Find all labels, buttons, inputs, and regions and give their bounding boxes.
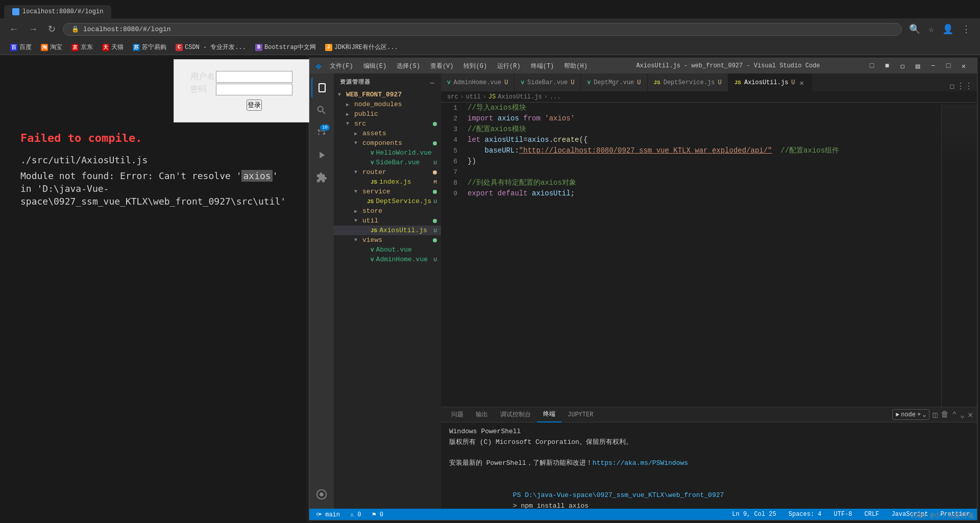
breadcrumb-util[interactable]: util [466,93,481,101]
sidebar-title: 资源管理器 [340,78,371,86]
split-editor-icon[interactable]: ◻ [949,81,954,91]
bookmark-bootstrap[interactable]: B Bootstrap中文网 [251,42,320,53]
minimize-button[interactable]: − [926,61,940,71]
password-input[interactable] [216,84,292,95]
tab-debug-console[interactable]: 调试控制台 [494,407,537,422]
status-spaces[interactable]: Spaces: 4 [786,511,825,518]
menu-goto[interactable]: 转到(G) [459,61,491,71]
close-button[interactable]: ✕ [957,61,971,71]
breadcrumb-dots[interactable]: ... [550,93,561,101]
menu-file[interactable]: 文件(F) [326,61,357,71]
bookmark-jd[interactable]: 京 京东 [67,42,97,53]
close-panel-icon[interactable]: ✕ [968,410,973,420]
status-branch[interactable]: ⚩ main [313,511,343,518]
menu-view[interactable]: 查看(V) [426,61,458,71]
back-button[interactable]: ← [6,22,21,37]
files-icon[interactable] [311,78,332,98]
maximize-button[interactable]: □ [941,61,955,71]
tree-item-store[interactable]: ▶ store [334,206,441,216]
bookmark-suning[interactable]: 苏 苏宁易购 [129,42,170,53]
status-errors[interactable]: ⚠ 0 ⚑ 0 [347,511,386,518]
status-position[interactable]: Ln 9, Col 25 [729,511,779,518]
profile-icon[interactable]: 👤 [939,21,957,37]
more-tabs-icon[interactable]: ⋮⋮ [957,81,973,91]
helloworld-icon: V [371,150,374,156]
tree-item-public[interactable]: ▶ public [334,109,441,119]
bookmark-baidu[interactable]: 百 百度 [6,42,36,53]
tree-item-service[interactable]: ▼ service [334,187,441,196]
breadcrumb-file[interactable]: AxiosUtil.js [498,93,542,101]
layout-icon-1[interactable]: □ [865,61,879,71]
menu-icon[interactable]: ⋮ [959,21,974,37]
tab-adminhome[interactable]: V AdminHome.vue U [441,73,514,91]
project-root[interactable]: ▼ WEB_FRONT_0927 [334,90,441,99]
node-selector[interactable]: ► node + ⌄ [892,409,929,420]
reload-button[interactable]: ↻ [45,21,59,37]
layout-icon-2[interactable]: ■ [880,61,894,71]
axiosutil-tab-close[interactable]: ✕ [798,78,805,88]
axiosutil-tab-icon: JS [734,80,741,86]
layout-icon-3[interactable]: ◻ [895,61,910,71]
terminal-line-3 [449,448,969,459]
bookmark-tmall[interactable]: 天 天猫 [98,42,128,53]
search-icon[interactable] [311,100,332,120]
address-bar[interactable]: 🔒 localhost:8080/#/login [63,23,902,36]
bookmark-icon[interactable]: ☆ [925,21,937,37]
tab-output[interactable]: 输出 [470,407,494,422]
layout-icon-4[interactable]: ▤ [911,61,925,71]
chevron-up-icon[interactable]: ⌃ [952,410,957,420]
tree-item-deptservice[interactable]: ▶ JS DeptService.js U [334,196,441,206]
zoom-icon[interactable]: 🔍 [906,21,923,37]
browser-chrome: localhost:8080/#/login ← → ↻ 🔒 localhost… [0,0,980,40]
chevron-down-icon[interactable]: ⌄ [960,410,965,420]
tab-problems[interactable]: 问题 [445,407,470,422]
menu-edit[interactable]: 编辑(E) [359,61,391,71]
activity-bar: 10 [309,73,334,509]
tree-item-index-js[interactable]: ▶ JS index.js M [334,177,441,187]
tab-terminal[interactable]: 终端 [537,407,561,422]
forward-button[interactable]: → [26,22,41,37]
extensions-icon[interactable] [311,167,332,188]
tree-item-sidebar-vue[interactable]: ▶ V SideBar.vue U [334,158,441,167]
source-control-icon[interactable]: 10 [311,122,332,143]
login-button[interactable]: 登录 [247,99,262,111]
tree-item-views[interactable]: ▼ views [334,235,441,245]
username-input[interactable] [216,71,292,83]
code-content[interactable]: //导入axios模块 import axios from 'axios' //… [463,103,941,407]
tree-item-router[interactable]: ▼ router [334,167,441,177]
tree-item-about-vue[interactable]: ▶ V About.vue [334,245,441,255]
tree-item-assets[interactable]: ▶ assets [334,129,441,138]
tree-item-node-modules[interactable]: ▶ node_modules [334,99,441,109]
menu-run[interactable]: 运行(R) [493,61,525,71]
remote-icon[interactable] [311,484,332,505]
tree-item-axiosutil[interactable]: ▶ JS AxiosUtil.js U [334,226,441,235]
breadcrumb-src[interactable]: src [447,93,458,101]
bookmark-taobao[interactable]: 淘 淘宝 [37,42,66,53]
tree-item-adminhome-vue[interactable]: ▶ V AdminHome.vue U [334,255,441,264]
split-terminal-icon[interactable]: ◫ [933,410,938,420]
browser-tab-active[interactable]: localhost:8080/#/login [4,5,111,18]
run-debug-icon[interactable] [311,145,332,165]
vscode-logo: ❖ [315,60,322,72]
tree-item-util[interactable]: ▼ util [334,216,441,226]
tab-deptservice[interactable]: JS DeptService.js U [648,73,728,91]
menu-terminal[interactable]: 终端(T) [527,61,558,71]
bookmark-csdn[interactable]: C CSDN - 专业开发... [172,42,250,53]
bookmark-jdk[interactable]: J JDK和JRE有什么区... [321,42,402,53]
tree-item-src[interactable]: ▼ src [334,119,441,129]
tree-item-helloworld[interactable]: ▶ V HelloWorld.vue [334,148,441,158]
tab-deptmgr[interactable]: V DeptMgr.vue U [581,73,647,91]
terminal-content[interactable]: Windows PowerShell 版权所有 (C) Microsoft Co… [441,422,977,509]
status-encoding[interactable]: UTF-8 [831,511,855,518]
new-file-icon[interactable]: … [430,78,435,86]
browser-content: 用户名 密码 登录 Failed to compile. ./src/util/… [0,55,306,523]
tab-jupyter[interactable]: JUPYTER [561,407,599,422]
tab-sidebar-vue[interactable]: V SideBar.vue U [514,73,581,91]
tree-item-components[interactable]: ▼ components [334,138,441,148]
tab-axiosutil[interactable]: JS AxiosUtil.js U ✕ [728,73,812,91]
store-arrow: ▶ [354,208,362,214]
menu-select[interactable]: 选择(S) [393,61,424,71]
delete-terminal-icon[interactable]: 🗑 [941,410,949,419]
menu-help[interactable]: 帮助(H) [560,61,592,71]
status-line-ending[interactable]: CRLF [862,511,883,518]
